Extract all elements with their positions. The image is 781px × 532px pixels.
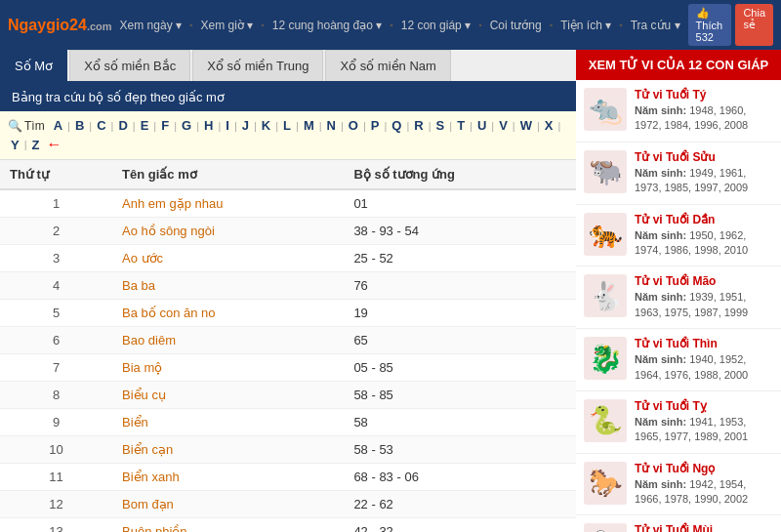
letter-N[interactable]: N <box>324 117 339 134</box>
letter-F[interactable]: F <box>158 117 172 134</box>
letter-T[interactable]: T <box>454 117 468 134</box>
zodiac-title[interactable]: Tử vi Tuổi Thìn <box>635 337 773 350</box>
letter-I[interactable]: I <box>223 117 232 134</box>
zodiac-title[interactable]: Tử vi Tuổi Mùi <box>635 523 773 532</box>
animal-icon: 🐇 <box>589 280 623 312</box>
letter-O[interactable]: O <box>346 117 361 134</box>
letter-Q[interactable]: Q <box>389 117 404 134</box>
right-sidebar: XEM TỬ VI CỦA 12 CON GIÁP 🐀 Tử vi Tuổi T… <box>576 50 781 532</box>
zodiac-years: Năm sinh: 1948, 1960, 1972, 1984, 1996, … <box>635 103 773 134</box>
letter-Y[interactable]: Y <box>8 137 22 153</box>
table-row: 6 Bao diêm 65 <box>0 327 576 354</box>
description-bar: Bảng tra cứu bộ số đẹp theo giấc mơ <box>0 83 576 111</box>
row-number-val: 65 <box>344 327 576 354</box>
row-dream-name[interactable]: Ao ước <box>112 245 344 272</box>
row-dream-name[interactable]: Ao hồ sông ngòi <box>112 218 344 245</box>
zodiac-title[interactable]: Tử vi Tuổi Sửu <box>635 150 773 164</box>
letter-J[interactable]: J <box>239 117 252 134</box>
col-header-num: Thứ tự <box>0 160 112 189</box>
letter-D[interactable]: D <box>115 117 130 134</box>
zodiac-item: 🐃 Tử vi Tuổi Sửu Năm sinh: 1949, 1961, 1… <box>576 143 781 205</box>
row-dream-name[interactable]: Biển <box>112 409 344 436</box>
zodiac-info: Tử vi Tuổi Mão Năm sinh: 1939, 1951, 196… <box>635 274 773 320</box>
nav-coituong[interactable]: Coi tướng <box>486 17 546 34</box>
letter-S[interactable]: S <box>433 117 448 134</box>
site-logo[interactable]: Ngaygio24.com <box>8 17 112 34</box>
zodiac-item: 🐉 Tử vi Tuổi Thìn Năm sinh: 1940, 1952, … <box>576 329 781 391</box>
letter-C[interactable]: C <box>94 117 108 134</box>
letter-W[interactable]: W <box>517 117 535 134</box>
sidebar-header: XEM TỬ VI CỦA 12 CON GIÁP <box>576 50 781 80</box>
zodiac-years: Năm sinh: 1941, 1953, 1965, 1977, 1989, … <box>635 415 773 445</box>
facebook-like-button[interactable]: 👍 Thích 532 <box>688 4 732 46</box>
nav-sep-4: ▪ <box>478 20 482 30</box>
table-row: 9 Biển 58 <box>0 409 576 436</box>
zodiac-title[interactable]: Tử vi Tuổi Mão <box>635 274 773 288</box>
tab-mien-trung[interactable]: Xổ số miền Trung <box>192 50 323 81</box>
zodiac-image: 🐇 <box>584 274 627 317</box>
table-row: 5 Ba bố con ăn no 19 <box>0 300 576 327</box>
row-dream-name[interactable]: Bao diêm <box>112 327 344 354</box>
letter-M[interactable]: M <box>301 117 317 134</box>
nav-12giap[interactable]: 12 con giáp ▾ <box>397 17 474 34</box>
main-layout: Số Mơ Xổ số miền Bắc Xổ số miền Trung Xổ… <box>0 50 781 532</box>
row-number-val: 05 - 85 <box>344 354 576 382</box>
row-num: 7 <box>0 354 112 382</box>
zodiac-item: 🐇 Tử vi Tuổi Mão Năm sinh: 1939, 1951, 1… <box>576 266 781 329</box>
letter-B[interactable]: B <box>72 117 87 134</box>
letter-A[interactable]: A <box>51 117 65 134</box>
tab-mien-nam[interactable]: Xổ số miền Nam <box>325 50 450 81</box>
letter-K[interactable]: K <box>259 117 273 134</box>
tab-so-mo[interactable]: Số Mơ <box>0 50 67 81</box>
letter-P[interactable]: P <box>368 117 383 134</box>
letter-R[interactable]: R <box>411 117 426 134</box>
nav-sep-2: ▪ <box>261 20 265 30</box>
zodiac-years: Năm sinh: 1939, 1951, 1963, 1975, 1987, … <box>635 290 773 320</box>
tab-mien-bac[interactable]: Xổ số miền Bắc <box>69 50 190 81</box>
row-dream-name[interactable]: Ba bố con ăn no <box>112 300 344 327</box>
row-num: 2 <box>0 218 112 245</box>
row-dream-name[interactable]: Bia mộ <box>112 354 344 382</box>
letter-G[interactable]: G <box>179 117 194 134</box>
left-content: Số Mơ Xổ số miền Bắc Xổ số miền Trung Xổ… <box>0 50 576 532</box>
row-dream-name[interactable]: Ba ba <box>112 272 344 300</box>
row-number-val: 01 <box>344 189 576 218</box>
letter-Z[interactable]: Z <box>29 137 43 153</box>
row-dream-name[interactable]: Biển xanh <box>112 464 344 491</box>
zodiac-info: Tử vi Tuổi Ngọ Năm sinh: 1942, 1954, 196… <box>635 462 773 508</box>
share-button[interactable]: Chia sẻ <box>735 4 773 46</box>
tab-bar: Số Mơ Xổ số miền Bắc Xổ số miền Trung Xổ… <box>0 50 576 83</box>
letter-H[interactable]: H <box>201 117 216 134</box>
search-icon: 🔍 <box>8 119 22 133</box>
zodiac-title[interactable]: Tử vi Tuổi Tý <box>635 88 773 102</box>
row-number-val: 58 <box>344 409 576 436</box>
letter-U[interactable]: U <box>474 117 489 134</box>
letter-V[interactable]: V <box>496 117 511 134</box>
row-dream-name[interactable]: Anh em gặp nhau <box>112 189 344 218</box>
animal-icon: 🐅 <box>589 218 623 250</box>
nav-tienich[interactable]: Tiện ích ▾ <box>556 17 615 34</box>
nav-xemgio[interactable]: Xem giờ ▾ <box>197 17 258 34</box>
row-num: 11 <box>0 464 112 491</box>
row-dream-name[interactable]: Bom đạn <box>112 491 344 518</box>
row-num: 5 <box>0 300 112 327</box>
animal-icon: 🐎 <box>589 467 623 499</box>
letter-L[interactable]: L <box>280 117 294 134</box>
row-dream-name[interactable]: Biểu cụ <box>112 382 344 409</box>
zodiac-title[interactable]: Tử vi Tuổi Tỵ <box>635 399 773 413</box>
nav-tracuu[interactable]: Tra cứu ▾ <box>627 17 684 34</box>
nav-sep-1: ▪ <box>189 20 193 30</box>
letter-X[interactable]: X <box>542 117 556 134</box>
zodiac-title[interactable]: Tử vi Tuổi Ngọ <box>635 462 773 475</box>
nav-xemngay[interactable]: Xem ngày ▾ <box>116 17 185 34</box>
row-number-val: 58 - 53 <box>344 436 576 464</box>
zodiac-title[interactable]: Tử vi Tuổi Dần <box>635 213 773 226</box>
zodiac-image: 🐍 <box>584 399 627 442</box>
dream-table: Thứ tự Tên giấc mơ Bộ số tương ứng 1 Anh… <box>0 160 576 532</box>
nav-12cung[interactable]: 12 cung hoàng đạo ▾ <box>268 17 386 34</box>
header-social: 👍 Thích 532 Chia sẻ <box>688 4 773 46</box>
row-dream-name[interactable]: Biển cạn <box>112 436 344 464</box>
letter-E[interactable]: E <box>138 117 152 134</box>
zodiac-image: 🐉 <box>584 337 627 380</box>
row-dream-name[interactable]: Buôn phiền <box>112 518 344 533</box>
